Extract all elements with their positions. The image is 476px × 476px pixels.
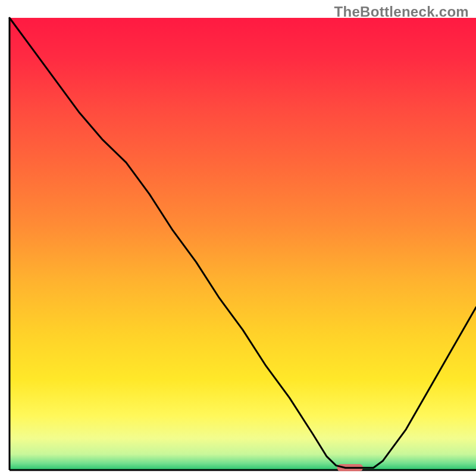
chart-frame: TheBottleneck.com xyxy=(0,0,476,476)
plot-background xyxy=(10,18,476,470)
watermark-text: TheBottleneck.com xyxy=(334,4,469,20)
bottleneck-curve-chart xyxy=(0,0,476,476)
